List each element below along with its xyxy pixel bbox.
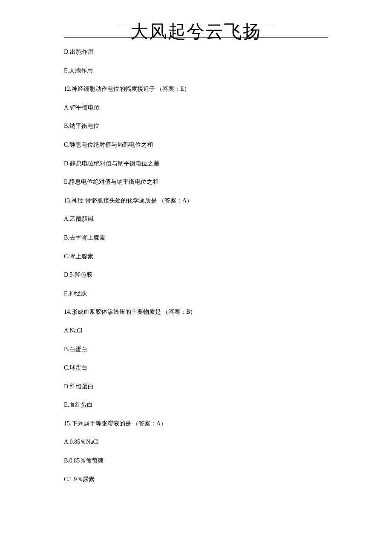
- text-line: A.NaCl: [64, 327, 328, 335]
- text-line: C.球蛋白: [64, 364, 328, 372]
- page-title: 大风起兮云飞扬: [64, 23, 328, 40]
- text-line: 15.下列属于等张溶液的是 （答案：A）: [64, 419, 328, 428]
- text-line: 14.形成血浆胶体渗透压的主要物质是 （答案：B）: [64, 308, 328, 316]
- text-line: D.静息电位绝对值与钠平衡电位之差: [64, 159, 328, 168]
- text-line: 13.神经-骨骼肌接头处的化学递质是 （答案：A）: [64, 197, 328, 205]
- text-line: B.去甲肾上腺素: [64, 234, 328, 242]
- text-line: A.0.85％NaCl: [64, 438, 328, 446]
- text-line: E.神经肽: [64, 289, 328, 298]
- text-line: E.静息电位绝对值与钠平衡电位之和: [64, 178, 328, 186]
- text-line: B.白蛋白: [64, 345, 328, 354]
- text-line: B.钠平衡电位: [64, 122, 328, 130]
- document-body: D.出胞作用 E.人胞作用 12.神经细胞动作电位的幅度接近于 （答案：E） A…: [64, 48, 328, 483]
- text-line: E.人胞作用: [64, 66, 328, 75]
- text-line: A.钾平衡电位: [64, 104, 328, 112]
- text-line: C.静息电位绝对值与局部电位之和: [64, 141, 328, 149]
- text-line: D.5-羟色胺: [64, 271, 328, 279]
- page-header: 大风起兮云飞扬: [64, 24, 328, 38]
- text-line: D.出胞作用: [64, 48, 328, 56]
- text-line: E.血红蛋白: [64, 401, 328, 409]
- text-line: 12.神经细胞动作电位的幅度接近于 （答案：E）: [64, 85, 328, 93]
- text-line: C.肾上腺素: [64, 252, 328, 261]
- text-line: C.1.9％尿素: [64, 475, 328, 484]
- text-line: B.0.85％葡萄糖: [64, 457, 328, 465]
- text-line: A.乙酰胆碱: [64, 215, 328, 223]
- text-line: D.纤维蛋白: [64, 382, 328, 391]
